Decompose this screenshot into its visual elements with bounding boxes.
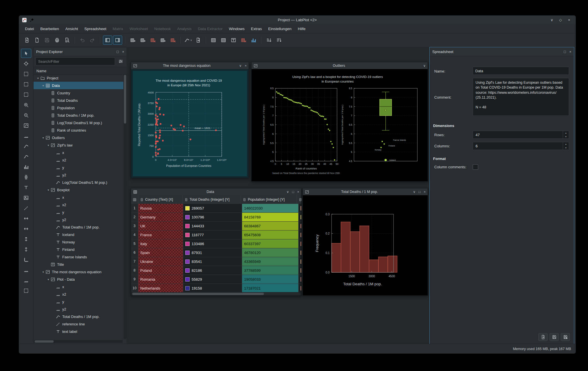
remove-columns-button[interactable] — [168, 36, 178, 45]
subwindow-titlebar[interactable]: Total Deaths / 1 M pop.∨□× — [303, 188, 428, 196]
cell-population[interactable]: 146022030 — [242, 204, 299, 213]
add-axis-button[interactable] — [21, 131, 31, 140]
tree-item-y2[interactable]: y2 — [34, 305, 123, 313]
tree-item-y[interactable]: y — [34, 208, 123, 216]
tree-horizontal-scrollbar[interactable] — [34, 340, 123, 343]
row-number-cell[interactable]: 2 — [131, 213, 138, 222]
tree-item-title[interactable]: Title — [34, 261, 123, 268]
zoom-y-select-button[interactable] — [21, 90, 31, 99]
fit-selection-button[interactable] — [21, 286, 31, 295]
insert-rows-above-button[interactable] — [128, 36, 137, 45]
titlebar[interactable]: Project — LabPlot <2> ∨◇× — [19, 15, 576, 24]
scrollbar-handle[interactable] — [124, 75, 126, 124]
export-button[interactable] — [538, 333, 548, 341]
subwindow-data-spreadsheet[interactable]: Data∨□× Country {Text} [X]Total Deaths {… — [131, 188, 301, 296]
add-image-button[interactable] — [21, 193, 31, 202]
subwindow-dangerous-equation[interactable]: The most dangerous equation∨× mean = 182… — [131, 62, 249, 178]
tree-item-total-deaths-1m-pop[interactable]: Total Deaths / 1M pop. — [34, 223, 123, 231]
column-header-total-deaths-integer-y[interactable]: Total Deaths {Integer} [Y] — [183, 195, 241, 204]
tree-vertical-scrollbar[interactable] — [124, 74, 126, 339]
close-button[interactable]: × — [122, 50, 124, 54]
cell-total-deaths[interactable]: 82186 — [183, 266, 242, 275]
cell-country[interactable]: Poland — [138, 266, 183, 275]
cell-deaths-per-1m[interactable] — [299, 213, 301, 222]
add-text-label-button[interactable] — [21, 183, 31, 192]
insert-columns-button[interactable] — [158, 36, 168, 45]
close-button[interactable]: × — [565, 18, 573, 22]
cell-total-deaths[interactable]: 83541 — [183, 257, 242, 266]
cell-country[interactable]: France — [138, 231, 183, 239]
column-comments-checkbox[interactable] — [473, 164, 478, 170]
navigate-cursor-button[interactable] — [21, 49, 31, 58]
scrollbar-handle[interactable] — [35, 340, 54, 343]
save-project-button[interactable] — [42, 36, 52, 45]
zoom-out-button[interactable] — [21, 111, 31, 120]
cell-deaths-per-1m[interactable] — [299, 284, 301, 292]
cell-population[interactable]: 68384867 — [242, 222, 299, 231]
cell-deaths-per-1m[interactable] — [299, 248, 301, 257]
tree-item-population[interactable]: Population — [34, 104, 123, 112]
add-plot-button[interactable] — [21, 121, 31, 130]
row-number-cell[interactable]: 5 — [131, 239, 138, 248]
zoom-in-button[interactable] — [21, 100, 31, 110]
maximize-button[interactable]: ◇ — [557, 18, 564, 22]
datasheet-horizontal-scrollbar[interactable] — [132, 292, 301, 295]
tree-item-faeroe-islands[interactable]: Faeroe Islands — [34, 253, 123, 261]
tree-item-finland[interactable]: Finland — [34, 246, 123, 253]
expander-icon[interactable]: ▾ — [41, 84, 45, 87]
zoom-select-button[interactable] — [21, 69, 31, 79]
float-button[interactable]: □ — [418, 190, 420, 194]
tree-item-project[interactable]: ▾Project — [34, 74, 123, 82]
menu-item-ansicht[interactable]: Ansicht — [62, 24, 81, 33]
cell-total-deaths[interactable]: 118777 — [183, 231, 242, 239]
menu-item-einstellungen[interactable]: Einstellungen — [265, 24, 295, 33]
shift-up-y-button[interactable] — [21, 235, 31, 244]
insert-rows-below-button[interactable] — [138, 36, 147, 45]
expander-icon[interactable]: ▾ — [46, 278, 50, 281]
cell-country[interactable]: Germany — [138, 213, 183, 222]
tree-item-rank-of-countries[interactable]: Rank of countries — [34, 126, 123, 134]
zoom-x-select-button[interactable] — [21, 80, 31, 89]
menu-item-hilfe[interactable]: Hilfe — [295, 24, 309, 33]
cell-population[interactable]: 17187021 — [242, 284, 299, 292]
cell-deaths-per-1m[interactable] — [299, 257, 301, 266]
shift-right-x-button[interactable] — [21, 224, 31, 233]
cell-total-deaths[interactable]: 144433 — [183, 222, 242, 231]
plot-data-button[interactable]: ∨ — [184, 36, 193, 45]
subwindow-histogram[interactable]: Total Deaths / 1 M pop.∨□× 0.00.10.20.31… — [303, 188, 428, 296]
stepper-down-button[interactable]: ▾ — [563, 146, 569, 150]
print-button[interactable] — [52, 36, 62, 45]
expander-icon[interactable]: ▾ — [41, 270, 45, 274]
add-histogram-button[interactable] — [21, 162, 31, 171]
add-equation-curve-button[interactable] — [21, 152, 31, 161]
histogram-chart[interactable]: 0.00.10.20.3150030004500Total Deaths / 1… — [303, 195, 428, 295]
cell-population[interactable]: 19058033 — [242, 275, 299, 284]
toggle-project-explorer-button[interactable] — [103, 36, 112, 45]
plot-statistics-button[interactable] — [249, 36, 258, 45]
save-button[interactable] — [550, 333, 559, 341]
stepper-down-button[interactable]: ▾ — [563, 135, 569, 138]
cell-country[interactable]: Spain — [138, 248, 183, 257]
datasheet-corner-cell[interactable] — [131, 195, 138, 204]
add-reference-line-button[interactable] — [21, 204, 31, 213]
stepper-up-button[interactable]: ▴ — [563, 131, 569, 135]
menu-item-bearbeiten[interactable]: Bearbeiten — [37, 24, 62, 33]
tree-item-boxplot[interactable]: ▾Boxplot — [34, 186, 123, 194]
expander-icon[interactable]: ▾ — [36, 77, 40, 80]
row-number-cell[interactable]: 3 — [131, 222, 138, 231]
expander-icon[interactable]: ▾ — [46, 144, 50, 147]
open-project-button[interactable] — [32, 36, 42, 45]
cell-deaths-per-1m[interactable] — [299, 266, 301, 275]
cell-country[interactable]: Russia — [138, 204, 183, 213]
subwindow-outliers[interactable]: Outliers∨ Using Zipf's law and a boxplot… — [251, 62, 428, 181]
collapse-button[interactable]: ∨ — [287, 190, 289, 194]
tree-item-reference-line[interactable]: reference line — [34, 320, 123, 328]
auto-scale-x-button[interactable] — [21, 265, 31, 275]
filter-options-button[interactable] — [117, 58, 125, 65]
cell-total-deaths[interactable]: 55829 — [183, 275, 242, 284]
tree-item-text-label[interactable]: text label — [34, 328, 123, 335]
tree-item-x[interactable]: x — [34, 194, 123, 201]
auto-scale-button[interactable] — [21, 255, 31, 264]
tree-item-norway[interactable]: Norway — [34, 238, 123, 246]
outliers-chart[interactable]: Using Zipf's law and a boxplot for detec… — [252, 69, 428, 181]
